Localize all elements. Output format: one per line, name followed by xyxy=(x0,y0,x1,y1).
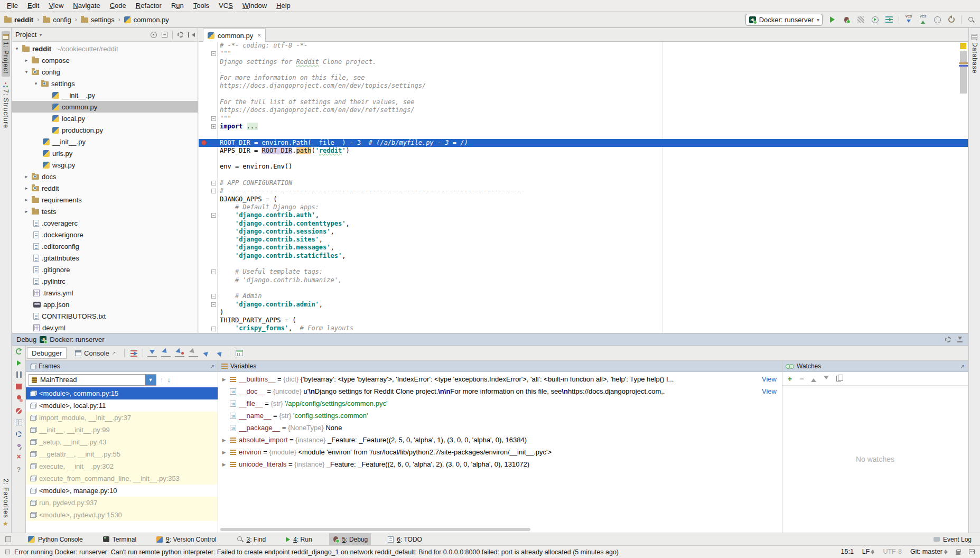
code-line-12[interactable] xyxy=(199,131,968,138)
encoding-widget[interactable]: UTF-8 xyxy=(883,548,901,555)
tree-item-.editorconfig[interactable]: .editorconfig xyxy=(12,240,198,252)
code-line-1[interactable]: # -*- coding: utf-8 -*- xyxy=(199,42,968,50)
menu-item-edit[interactable]: Edit xyxy=(23,1,44,11)
variable-row[interactable]: ▶unicode_literals = {instance} _Feature:… xyxy=(218,458,782,470)
vcs-update-button[interactable] xyxy=(904,15,913,24)
editor-gutter[interactable]: − xyxy=(199,115,218,123)
tab-console[interactable]: Console ↗ xyxy=(71,347,120,359)
code-line-35[interactable]: THIRD_PARTY_APPS = ( xyxy=(199,317,968,324)
tool-window-button-todo[interactable]: 6: TODO xyxy=(385,533,425,546)
step-out-button[interactable] xyxy=(202,349,212,357)
tree-item-production.py[interactable]: production.py xyxy=(12,124,198,136)
menu-item-window[interactable]: Window xyxy=(238,1,272,11)
tool-window-switcher-icon[interactable] xyxy=(5,536,11,542)
frame-row[interactable]: _setup, __init__.py:43 xyxy=(26,436,218,448)
tree-item-compose[interactable]: ▸compose xyxy=(12,54,198,66)
variable-row[interactable]: ▶environ = {module} <module 'environ' fr… xyxy=(218,446,782,458)
sidebar-item-favorites[interactable]: 2: Favorites xyxy=(2,476,10,529)
code-line-34[interactable]: ) xyxy=(199,309,968,317)
horizontal-scrollbar[interactable] xyxy=(220,528,530,531)
hide-panel-icon[interactable] xyxy=(957,337,964,342)
editor-gutter[interactable]: + xyxy=(199,123,218,131)
close-icon[interactable]: × xyxy=(257,32,261,39)
frame-row[interactable]: <module>, manage.py:10 xyxy=(26,485,218,497)
float-window-icon[interactable]: ↗ xyxy=(960,364,965,369)
code-line-19[interactable]: −# -------------------------------------… xyxy=(199,187,968,195)
code-line-31[interactable] xyxy=(199,284,968,292)
editor-gutter[interactable] xyxy=(199,42,218,50)
code-line-13[interactable]: ROOT_DIR = environ.Path(__file__) - 3 # … xyxy=(199,139,968,147)
frame-row[interactable]: import_module, __init__.py:37 xyxy=(26,412,218,424)
remove-watch-icon[interactable]: − xyxy=(799,375,804,383)
code-line-3[interactable]: Django settings for Reddit Clone project… xyxy=(199,58,968,66)
move-down-icon[interactable] xyxy=(824,376,829,382)
code-line-27[interactable]: 'django.contrib.staticfiles', xyxy=(199,252,968,260)
restore-layout-icon[interactable] xyxy=(16,420,22,425)
editor-gutter[interactable] xyxy=(199,228,218,236)
tool-window-button-run[interactable]: 4: Run xyxy=(283,533,315,546)
code-line-6[interactable]: https://docs.djangoproject.com/en/dev/to… xyxy=(199,82,968,90)
tool-window-button-version-control[interactable]: 9: Version Control xyxy=(153,533,219,546)
editor-gutter[interactable] xyxy=(199,106,218,114)
sidebar-item-project[interactable]: 1: Project xyxy=(2,31,10,77)
tool-window-button-find[interactable]: 3: Find xyxy=(234,533,269,546)
menu-item-vcs[interactable]: VCS xyxy=(214,1,238,11)
fold-marker-icon[interactable]: − xyxy=(211,51,216,56)
move-up-icon[interactable] xyxy=(811,376,816,382)
tree-collapsed-icon[interactable]: ▸ xyxy=(24,58,29,63)
code-line-24[interactable]: 'django.contrib.sessions', xyxy=(199,228,968,236)
code-line-30[interactable]: # 'django.contrib.humanize', xyxy=(199,276,968,284)
view-link[interactable]: View xyxy=(762,387,777,395)
code-line-7[interactable] xyxy=(199,90,968,98)
expand-arrow-icon[interactable]: ▶ xyxy=(221,462,227,467)
tree-item-CONTRIBUTORS.txt[interactable]: CONTRIBUTORS.txt xyxy=(12,310,198,322)
editor-gutter[interactable] xyxy=(199,66,218,74)
caret-position[interactable]: 15:1 xyxy=(841,548,854,555)
running-list-button[interactable] xyxy=(884,15,894,24)
code-editor[interactable]: # -*- coding: utf-8 -*-−"""Django settin… xyxy=(199,42,968,333)
code-line-28[interactable] xyxy=(199,260,968,268)
editor-gutter[interactable]: − xyxy=(199,292,218,300)
code-line-16[interactable]: env = environ.Env() xyxy=(199,163,968,171)
variable-row[interactable]: __package__ = {NoneType} None xyxy=(218,422,782,434)
close-icon[interactable] xyxy=(16,453,21,460)
run-config-select[interactable]: Docker: runserver ▾ xyxy=(745,14,823,26)
tree-collapsed-icon[interactable]: ▸ xyxy=(24,209,29,214)
editor-gutter[interactable] xyxy=(199,163,218,171)
editor-gutter[interactable] xyxy=(199,171,218,179)
project-view-select[interactable]: Project ▾ xyxy=(15,31,42,39)
pause-icon[interactable] xyxy=(16,371,22,378)
view-link[interactable]: View xyxy=(762,375,777,383)
code-line-33[interactable]: − 'django.contrib.admin', xyxy=(199,301,968,309)
tree-item-tests[interactable]: ▸tests xyxy=(12,206,198,217)
next-frame-button[interactable]: ↓ xyxy=(167,376,171,384)
editor-gutter[interactable] xyxy=(199,252,218,260)
previous-frame-button[interactable]: ↑ xyxy=(160,376,164,384)
step-into-my-code-button[interactable] xyxy=(175,349,184,357)
expand-arrow-icon[interactable]: ▶ xyxy=(221,377,227,382)
code-line-25[interactable]: 'django.contrib.sites', xyxy=(199,236,968,244)
line-separator-widget[interactable]: LF xyxy=(862,548,875,556)
collapse-all-icon[interactable] xyxy=(162,32,167,38)
tree-expanded-icon[interactable]: ▾ xyxy=(33,81,39,86)
frame-row[interactable]: execute_from_command_line, __init__.py:3… xyxy=(26,472,218,485)
editor-gutter[interactable] xyxy=(199,284,218,292)
code-line-10[interactable]: −""" xyxy=(199,115,968,123)
fold-marker-icon[interactable]: − xyxy=(211,327,216,331)
fold-marker-icon[interactable]: − xyxy=(211,116,216,121)
expand-arrow-icon[interactable]: ▶ xyxy=(221,438,227,443)
editor-gutter[interactable] xyxy=(199,139,218,147)
sidebar-item-structure[interactable]: 7: Structure xyxy=(2,80,10,131)
code-line-15[interactable] xyxy=(199,155,968,163)
breakpoint-icon[interactable] xyxy=(201,140,207,145)
tree-item-.travis.yml[interactable]: .travis.yml xyxy=(12,287,198,299)
force-step-into-button[interactable] xyxy=(189,349,198,357)
sidebar-item-database[interactable]: Database xyxy=(970,31,979,76)
inspections-icon[interactable] xyxy=(969,549,975,554)
editor-gutter[interactable]: − xyxy=(199,50,218,58)
code-line-32[interactable]: − # Admin xyxy=(199,292,968,300)
code-line-11[interactable]: +import ... xyxy=(199,123,968,131)
frame-row[interactable]: __init__, __init__.py:99 xyxy=(26,424,218,436)
tree-item-.coveragerc[interactable]: .coveragerc xyxy=(12,217,198,229)
breadcrumb-item-settings[interactable]: settings xyxy=(81,16,115,24)
